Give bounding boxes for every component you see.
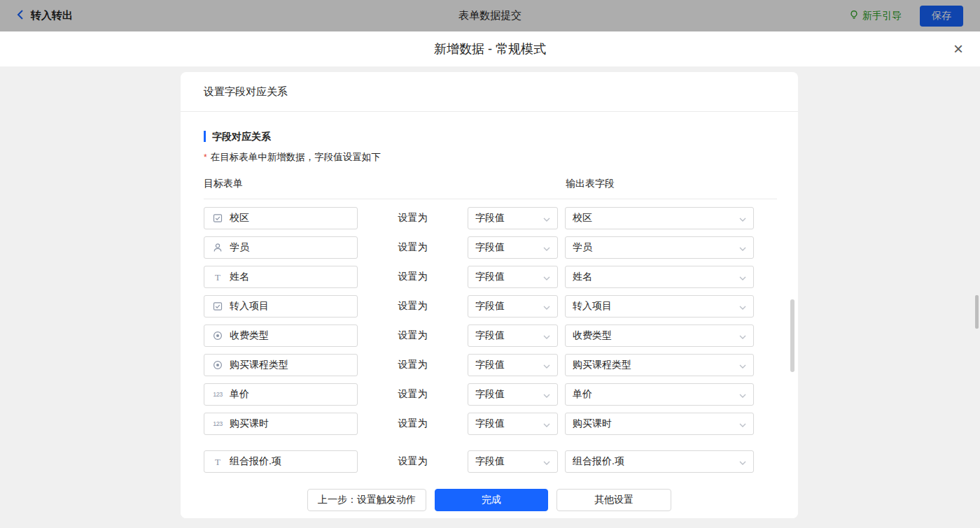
value-type-selected: 字段值 — [475, 418, 505, 430]
chevron-down-icon — [543, 271, 550, 283]
value-type-selected: 字段值 — [475, 241, 505, 254]
chevron-down-icon — [543, 330, 550, 341]
value-type-selected: 字段值 — [475, 300, 505, 313]
chevron-down-icon — [543, 389, 550, 400]
value-type-selected: 字段值 — [475, 455, 505, 468]
modal-title: 新增数据 - 常规模式 — [434, 41, 546, 57]
output-field-selected: 单价 — [573, 388, 592, 401]
set-as-label: 设置为 — [358, 241, 468, 254]
chevron-down-icon — [739, 359, 746, 371]
set-as-label: 设置为 — [358, 271, 468, 283]
field-mapping-row: 123 购买课时 设置为 字段值 购买课时 — [204, 413, 798, 435]
output-field-select[interactable]: 校区 — [565, 207, 754, 229]
output-field-selected: 组合报价.项 — [573, 455, 624, 468]
field-mapping-row: 123 单价 设置为 字段值 单价 — [204, 383, 798, 406]
set-as-label: 设置为 — [358, 300, 468, 313]
set-as-label: 设置为 — [358, 359, 468, 371]
previous-step-button[interactable]: 上一步：设置触发动作 — [307, 489, 426, 511]
chevron-down-icon — [543, 242, 550, 253]
output-field-selected: 学员 — [573, 241, 592, 254]
target-field-box[interactable]: 学员 — [204, 236, 358, 259]
value-type-select[interactable]: 字段值 — [468, 450, 558, 473]
section-title: 字段对应关系 — [204, 131, 775, 142]
chevron-down-icon — [543, 359, 550, 371]
value-type-select[interactable]: 字段值 — [468, 413, 558, 435]
radio-icon — [212, 331, 223, 341]
card-body: 字段对应关系 *在目标表单中新增数据，字段值设置如下 目标表单 输出表字段 校区… — [181, 113, 798, 518]
value-type-select[interactable]: 字段值 — [468, 324, 558, 347]
value-type-select[interactable]: 字段值 — [468, 383, 558, 406]
value-type-select[interactable]: 字段值 — [468, 236, 558, 259]
chevron-down-icon — [739, 418, 746, 429]
chevron-down-icon — [543, 301, 550, 312]
card-scrollbar[interactable] — [790, 299, 794, 372]
field-mapping-row: 学员 设置为 字段值 学员 — [204, 236, 798, 259]
value-type-select[interactable]: 字段值 — [468, 354, 558, 376]
modal-body: 设置字段对应关系 字段对应关系 *在目标表单中新增数据，字段值设置如下 目标表单… — [0, 66, 980, 528]
add-data-modal: 新增数据 - 常规模式 × 设置字段对应关系 字段对应关系 *在目标表单中新增数… — [0, 31, 980, 528]
field-mapping-row: 收费类型 设置为 字段值 收费类型 — [204, 324, 798, 347]
set-as-label: 设置为 — [358, 212, 468, 224]
value-type-select[interactable]: 字段值 — [468, 266, 558, 288]
output-field-select[interactable]: 转入项目 — [565, 295, 754, 317]
chevron-down-icon — [739, 330, 746, 341]
chevron-down-icon — [739, 213, 746, 224]
card-header: 设置字段对应关系 — [181, 72, 798, 112]
chevron-down-icon — [739, 456, 746, 467]
value-type-select[interactable]: 字段值 — [468, 207, 558, 229]
target-field-label: 单价 — [230, 388, 249, 401]
target-field-label: 学员 — [230, 241, 249, 254]
output-field-selected: 校区 — [573, 212, 592, 224]
number-icon: 123 — [212, 421, 223, 427]
target-field-label: 收费类型 — [230, 329, 269, 342]
output-field-select[interactable]: 姓名 — [565, 266, 754, 288]
target-field-label: 转入项目 — [230, 300, 269, 313]
target-field-box[interactable]: 购买课程类型 — [204, 354, 358, 376]
output-field-select[interactable]: 购买课时 — [565, 413, 754, 435]
output-field-select[interactable]: 收费类型 — [565, 324, 754, 347]
close-icon[interactable]: × — [953, 41, 963, 57]
page-scrollbar[interactable] — [975, 295, 979, 329]
target-field-box[interactable]: 收费类型 — [204, 324, 358, 347]
target-field-label: 购买课程类型 — [230, 359, 288, 371]
output-field-selected: 购买课程类型 — [573, 359, 631, 371]
output-field-select[interactable]: 学员 — [565, 236, 754, 259]
required-mark: * — [204, 152, 207, 162]
target-field-label: 姓名 — [230, 271, 249, 283]
target-field-label: 校区 — [230, 212, 249, 224]
set-as-label: 设置为 — [358, 388, 468, 401]
target-field-box[interactable]: 123 单价 — [204, 383, 358, 406]
text-icon: T — [212, 457, 223, 466]
target-field-box[interactable]: T 姓名 — [204, 266, 358, 288]
value-type-selected: 字段值 — [475, 359, 505, 371]
output-field-select[interactable]: 组合报价.项 — [565, 450, 754, 473]
column-header-output-fields: 输出表字段 — [566, 178, 615, 190]
field-mapping-row: 转入项目 设置为 字段值 转入项目 — [204, 295, 798, 317]
output-field-selected: 姓名 — [573, 271, 592, 283]
chevron-down-icon — [739, 242, 746, 253]
target-field-box[interactable]: 123 购买课时 — [204, 413, 358, 435]
value-type-select[interactable]: 字段值 — [468, 295, 558, 317]
target-field-label: 组合报价.项 — [230, 455, 281, 468]
output-field-selected: 收费类型 — [573, 329, 612, 342]
chevron-down-icon — [739, 271, 746, 283]
field-mapping-row: T 组合报价.项 设置为 字段值 组合报价.项 — [204, 450, 798, 473]
output-field-select[interactable]: 单价 — [565, 383, 754, 406]
target-field-box[interactable]: 校区 — [204, 207, 358, 229]
done-button[interactable]: 完成 — [435, 489, 548, 511]
target-field-box[interactable]: 转入项目 — [204, 295, 358, 317]
value-type-selected: 字段值 — [475, 271, 505, 283]
chevron-down-icon — [739, 301, 746, 312]
number-icon: 123 — [212, 392, 223, 398]
select-icon — [212, 301, 223, 311]
page-topbar: 转入转出 表单数据提交 新手引导 保存 — [0, 0, 980, 31]
set-as-label: 设置为 — [358, 329, 468, 342]
output-field-select[interactable]: 购买课程类型 — [565, 354, 754, 376]
field-mapping-card: 设置字段对应关系 字段对应关系 *在目标表单中新增数据，字段值设置如下 目标表单… — [181, 72, 798, 518]
select-icon — [212, 213, 223, 223]
output-field-selected: 购买课时 — [573, 418, 612, 430]
target-field-label: 购买课时 — [230, 418, 269, 430]
other-settings-button[interactable]: 其他设置 — [556, 489, 671, 511]
target-field-box[interactable]: T 组合报价.项 — [204, 450, 358, 473]
modal-header: 新增数据 - 常规模式 × — [0, 31, 980, 66]
